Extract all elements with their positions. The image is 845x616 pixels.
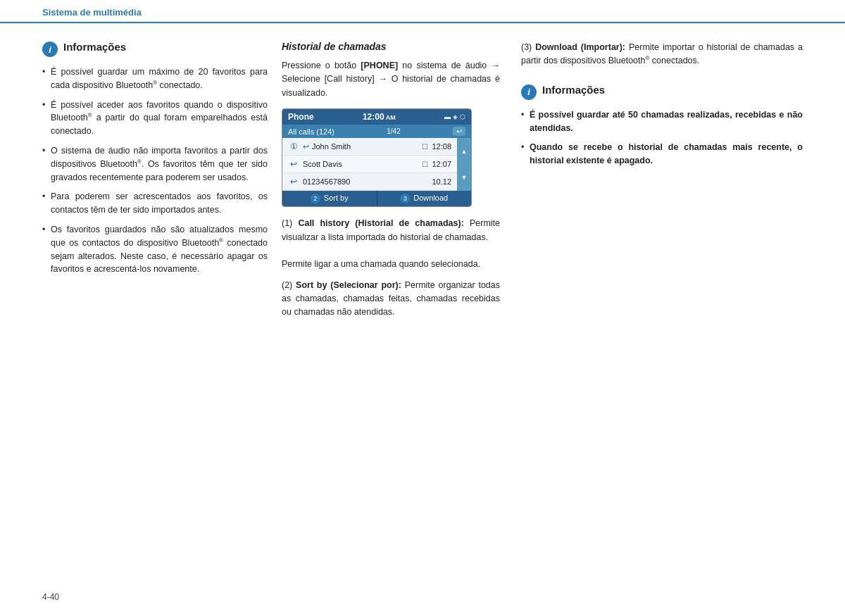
signal-icon: ◈ bbox=[453, 113, 458, 120]
left-bullet-list: É possível guardar um máximo de 20 favor… bbox=[42, 65, 268, 276]
left-column: i Informações É possível guardar um máxi… bbox=[42, 41, 282, 327]
contact-name: Scott Davis bbox=[303, 160, 422, 168]
list-item: Quando se recebe o historial de chamadas… bbox=[521, 141, 803, 168]
phone-rows-main: ① ↩ John Smith ☐ 12:08 ↩ Scott Davis ☐ bbox=[282, 138, 457, 191]
left-info-box-header: i Informações bbox=[42, 41, 268, 57]
list-item: Os favoritos guardados não são atualizad… bbox=[42, 223, 268, 276]
list-item: Para poderem ser acrescentados aos favor… bbox=[42, 190, 268, 217]
list-item: O sistema de áudio não importa favoritos… bbox=[42, 144, 268, 184]
phone-ui-mockup: Phone 12:00 AM ▬ ◈ ⬡ All calls (124) 1/4… bbox=[282, 108, 472, 207]
incoming-call-icon3: ↩ bbox=[290, 177, 297, 187]
scroll-down-button[interactable]: ▼ bbox=[457, 165, 471, 191]
phone-time: 12:00 AM bbox=[363, 112, 396, 122]
page-number: 4-40 bbox=[42, 592, 59, 602]
info-icon-left: i bbox=[42, 42, 58, 57]
info-icon-right: i bbox=[521, 84, 537, 100]
call-time: 12:07 bbox=[432, 160, 451, 168]
phone-subheader: All calls (124) 1/42 ↩ bbox=[282, 125, 471, 138]
phone-contact-row[interactable]: ↩ 01234567890 10.12 bbox=[282, 173, 457, 191]
middle-column: Historial de chamadas Pressione o botão … bbox=[282, 41, 514, 327]
battery-icon: ▬ bbox=[444, 113, 451, 120]
download-button[interactable]: 3 Download bbox=[377, 191, 472, 206]
right-bullet-list: É possível guardar até 50 chamadas reali… bbox=[521, 108, 803, 168]
phone-all-calls: All calls (124) bbox=[288, 127, 334, 136]
page-content: i Informações É possível guardar um máxi… bbox=[0, 23, 845, 344]
left-info-title: Informações bbox=[63, 41, 126, 53]
call-time: 12:08 bbox=[432, 142, 451, 151]
phone-footer: 2 Sort by 3 Download bbox=[282, 191, 471, 206]
incoming-call-icon2: ↩ bbox=[290, 159, 297, 169]
call-direction-icon: ↩ bbox=[303, 142, 309, 151]
header-title: Sistema de multimédia bbox=[42, 7, 142, 22]
item-3: (3) Download (Importar): Permite importa… bbox=[521, 41, 803, 68]
sort-by-number: 2 bbox=[311, 194, 320, 203]
scroll-up-button[interactable]: ▲ bbox=[457, 138, 471, 165]
call-time: 10.12 bbox=[432, 177, 451, 186]
phone-device-icon: ☐ bbox=[422, 143, 428, 151]
list-item: É possível aceder aos favoritos quando o… bbox=[42, 99, 268, 138]
phone-back-button[interactable]: ↩ bbox=[453, 127, 465, 136]
phone-contact-row[interactable]: ① ↩ John Smith ☐ 12:08 bbox=[282, 138, 457, 156]
list-item: É possível guardar um máximo de 20 favor… bbox=[42, 65, 268, 92]
item-1: (1) Call history (Historial de chamadas)… bbox=[282, 217, 500, 272]
phone-page: 1/42 bbox=[387, 127, 400, 135]
intro-text: Pressione o botão [PHONE] no sistema de … bbox=[282, 59, 500, 100]
phone-header: Phone 12:00 AM ▬ ◈ ⬡ bbox=[282, 109, 471, 125]
incoming-call-icon: ① bbox=[290, 142, 298, 151]
section-heading: Historial de chamadas bbox=[282, 41, 500, 52]
call-type-icon: ↩ bbox=[288, 158, 299, 170]
contact-name: John Smith bbox=[312, 142, 422, 151]
right-column: (3) Download (Importar): Permite importa… bbox=[514, 41, 803, 327]
right-info-title: Informações bbox=[542, 84, 605, 96]
phone-title: Phone bbox=[288, 112, 314, 122]
phone-contact-row[interactable]: ↩ Scott Davis ☐ 12:07 bbox=[282, 156, 457, 173]
call-type-icon: ↩ bbox=[288, 176, 299, 187]
phone-device-icon: ☐ bbox=[422, 161, 428, 168]
bt-icon: ⬡ bbox=[460, 113, 465, 120]
contact-number: 01234567890 bbox=[303, 177, 432, 186]
item-2: (2) Sort by (Selecionar por): Permite or… bbox=[282, 279, 500, 320]
sort-by-button[interactable]: 2 Sort by bbox=[282, 191, 377, 206]
page-header: Sistema de multimédia bbox=[0, 0, 845, 23]
download-number: 3 bbox=[400, 194, 410, 203]
list-item: É possível guardar até 50 chamadas reali… bbox=[521, 108, 803, 135]
phone-rows-container: ① ↩ John Smith ☐ 12:08 ↩ Scott Davis ☐ bbox=[282, 138, 471, 191]
right-info-box-header: i Informações bbox=[521, 84, 803, 100]
call-type-icon: ① bbox=[288, 141, 299, 152]
phone-status-icons: ▬ ◈ ⬡ bbox=[444, 113, 465, 120]
phone-scroll-col: ▲ ▼ bbox=[457, 138, 471, 191]
